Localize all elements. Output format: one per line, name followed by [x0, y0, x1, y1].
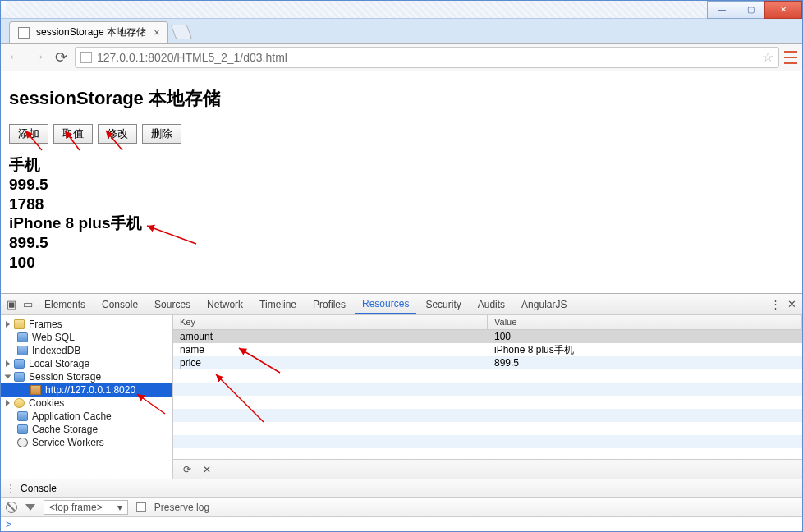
devtools-tabbar: ▣ ▭ Elements Console Sources Network Tim…	[1, 294, 802, 315]
filter-icon[interactable]	[25, 504, 35, 511]
tab-security[interactable]: Security	[418, 296, 468, 314]
tree-label: IndexedDB	[32, 345, 80, 356]
new-tab-button[interactable]	[171, 25, 193, 39]
tree-label: Frames	[29, 319, 62, 330]
refresh-icon[interactable]: ⟳	[183, 464, 191, 475]
cell-value: 899.5	[488, 356, 802, 369]
forward-button[interactable]: →	[29, 48, 47, 66]
dock-side-icon[interactable]: ▣	[4, 297, 19, 312]
tree-cookies[interactable]: Cookies	[1, 397, 172, 410]
storage-table-header: Key Value	[173, 315, 802, 330]
output-line: 100	[9, 253, 794, 273]
tree-origin[interactable]: http://127.0.0.1:8020	[1, 383, 172, 397]
context-selector[interactable]: <top frame> ▾	[44, 500, 128, 515]
table-row[interactable]	[173, 422, 802, 435]
tab-close-button[interactable]: ×	[153, 29, 161, 37]
back-button[interactable]: ←	[6, 48, 24, 66]
table-row[interactable]: name iPhone 8 plus手机	[173, 343, 802, 356]
output-line: iPhone 8 plus手机	[9, 213, 794, 233]
tab-resources[interactable]: Resources	[355, 295, 416, 314]
menu-button[interactable]	[784, 51, 797, 64]
delete-button[interactable]: 删除	[142, 124, 181, 144]
omnibox[interactable]: 127.0.0.1:8020/HTML5_2_1/d03.html ☆	[75, 47, 779, 68]
tree-label: Application Cache	[32, 410, 112, 422]
output-list: 手机 999.5 1788 iPhone 8 plus手机 899.5 100	[9, 155, 794, 273]
reload-button[interactable]: ⟳	[52, 48, 70, 66]
edit-button[interactable]: 修改	[98, 124, 137, 144]
preserve-log-checkbox[interactable]	[136, 502, 146, 512]
window-maximize-button[interactable]: ▢	[736, 1, 765, 19]
cell-value: iPhone 8 plus手机	[488, 343, 802, 356]
table-row[interactable]	[173, 448, 802, 459]
delete-entry-icon[interactable]: ✕	[203, 464, 211, 475]
button-row: 添加 取值 修改 删除	[9, 124, 794, 144]
window-close-button[interactable]: ✕	[764, 1, 802, 19]
tree-label: Session Storage	[29, 371, 101, 383]
storage-footer: ⟳ ✕	[173, 459, 802, 479]
tree-cachestorage[interactable]: Cache Storage	[1, 423, 172, 436]
table-row[interactable]: amount 100	[173, 330, 802, 343]
tab-angularjs[interactable]: AngularJS	[514, 296, 574, 314]
table-row[interactable]	[173, 409, 802, 422]
tab-network[interactable]: Network	[200, 296, 250, 314]
devtools-body: Frames Web SQL IndexedDB Local Storage S…	[1, 315, 802, 479]
tab-console[interactable]: Console	[94, 296, 145, 314]
tab-elements[interactable]: Elements	[37, 296, 93, 314]
tree-websql[interactable]: Web SQL	[1, 331, 172, 344]
drawer-dots-icon: ⋮	[6, 483, 16, 494]
cell-value: 100	[488, 330, 802, 343]
tree-appcache[interactable]: Application Cache	[1, 410, 172, 423]
cell-key: name	[173, 343, 488, 356]
tree-label: Web SQL	[32, 332, 75, 343]
bookmark-star-icon[interactable]: ☆	[762, 49, 773, 65]
tree-label: Cookies	[29, 397, 64, 409]
tree-frames[interactable]: Frames	[1, 318, 172, 331]
preserve-log-label: Preserve log	[154, 502, 209, 513]
page-heading: sessionStorage 本地存储	[9, 86, 794, 111]
window-titlebar-bg	[6, 1, 708, 18]
clear-console-icon[interactable]	[6, 502, 17, 513]
table-row[interactable]	[173, 396, 802, 409]
tab-title: sessionStorage 本地存储	[36, 25, 146, 39]
tab-audits[interactable]: Audits	[470, 296, 512, 314]
window-minimize-button[interactable]: —	[707, 1, 736, 19]
devtools-close-icon[interactable]: ✕	[784, 297, 799, 312]
col-value[interactable]: Value	[488, 315, 802, 329]
console-filter-bar: <top frame> ▾ Preserve log	[1, 497, 802, 516]
table-row[interactable]	[173, 369, 802, 383]
storage-rows: amount 100 name iPhone 8 plus手机 price 89…	[173, 330, 802, 459]
site-icon	[80, 52, 92, 63]
output-line: 1788	[9, 195, 794, 214]
tree-localstorage[interactable]: Local Storage	[1, 357, 172, 370]
tab-timeline[interactable]: Timeline	[252, 296, 304, 314]
col-key[interactable]: Key	[173, 315, 488, 329]
cell-key: price	[173, 356, 488, 369]
tab-profiles[interactable]: Profiles	[305, 296, 353, 314]
devtools: ▣ ▭ Elements Console Sources Network Tim…	[1, 293, 802, 531]
console-drawer-toggle[interactable]: ⋮ Console	[1, 479, 802, 497]
browser-tab[interactable]: sessionStorage 本地存储 ×	[9, 21, 168, 43]
device-mode-icon[interactable]: ▭	[21, 297, 35, 312]
table-row[interactable]: price 899.5	[173, 356, 802, 369]
tree-sessionstorage[interactable]: Session Storage	[1, 370, 172, 383]
tree-label: Cache Storage	[32, 424, 98, 435]
output-line: 999.5	[9, 175, 794, 195]
table-row[interactable]	[173, 435, 802, 448]
window-titlebar: — ▢ ✕	[1, 1, 802, 19]
address-bar: ← → ⟳ 127.0.0.1:8020/HTML5_2_1/d03.html …	[1, 44, 802, 71]
console-label: Console	[21, 483, 57, 494]
add-button[interactable]: 添加	[9, 124, 48, 144]
tree-label: Local Storage	[29, 358, 89, 369]
context-label: <top frame>	[49, 502, 103, 513]
prompt-icon: >	[6, 519, 11, 530]
url-text: 127.0.0.1:8020/HTML5_2_1/d03.html	[97, 51, 757, 64]
devtools-more-icon[interactable]: ⋮	[768, 297, 782, 312]
get-button[interactable]: 取值	[53, 124, 93, 144]
console-prompt[interactable]: >	[1, 516, 802, 531]
tab-sources[interactable]: Sources	[147, 296, 198, 314]
tree-serviceworkers[interactable]: Service Workers	[1, 436, 172, 449]
output-line: 手机	[9, 155, 794, 175]
cell-key: amount	[173, 330, 488, 343]
table-row[interactable]	[173, 383, 802, 396]
tree-indexeddb[interactable]: IndexedDB	[1, 344, 172, 357]
